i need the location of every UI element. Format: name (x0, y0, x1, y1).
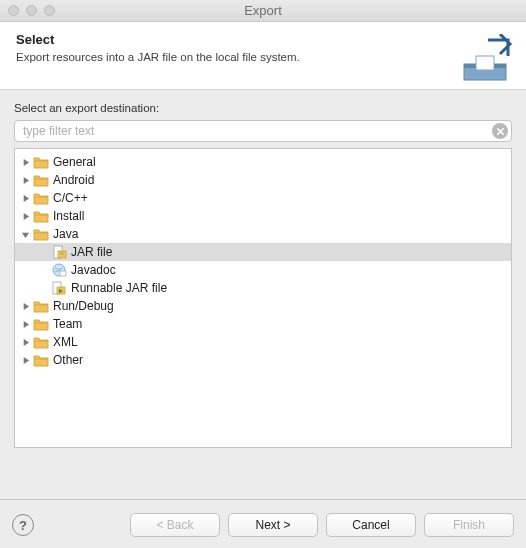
expand-icon[interactable] (19, 210, 31, 222)
tree-item-label: Runnable JAR file (71, 281, 167, 295)
expand-icon[interactable] (19, 174, 31, 186)
expand-icon[interactable] (19, 318, 31, 330)
tree-row[interactable]: C/C++ (15, 189, 511, 207)
wizard-header: Select Export resources into a JAR file … (0, 22, 526, 90)
folder-icon (33, 191, 49, 205)
tree-item-label: JAR file (71, 245, 112, 259)
folder-icon (33, 299, 49, 313)
expand-icon[interactable] (19, 300, 31, 312)
footer-separator (0, 499, 526, 500)
finish-button: Finish (424, 513, 514, 537)
folder-icon (33, 227, 49, 241)
folder-icon (33, 155, 49, 169)
minimize-window-icon[interactable] (26, 5, 37, 16)
tree-item-label: XML (53, 335, 78, 349)
clear-filter-icon[interactable] (492, 123, 508, 139)
tree-item-label: Run/Debug (53, 299, 114, 313)
page-title: Select (16, 32, 510, 47)
window-controls (8, 0, 55, 21)
tree-row[interactable]: Run/Debug (15, 297, 511, 315)
window-title: Export (244, 3, 282, 18)
tree-item-label: Other (53, 353, 83, 367)
tree-item-label: Team (53, 317, 82, 331)
tree-indent (37, 264, 49, 276)
cancel-button[interactable]: Cancel (326, 513, 416, 537)
tree-row[interactable]: JAR file (15, 243, 511, 261)
tree-item-label: C/C++ (53, 191, 88, 205)
filter-input[interactable] (14, 120, 512, 142)
tree-item-label: Javadoc (71, 263, 116, 277)
tree-indent (37, 246, 49, 258)
svg-rect-2 (476, 56, 494, 70)
expand-icon[interactable] (19, 336, 31, 348)
folder-icon (33, 173, 49, 187)
tree-row[interactable]: Runnable JAR file (15, 279, 511, 297)
folder-icon (33, 335, 49, 349)
export-banner-icon (458, 34, 514, 84)
tree-row[interactable]: Other (15, 351, 511, 369)
tree-item-label: General (53, 155, 96, 169)
close-window-icon[interactable] (8, 5, 19, 16)
tree-row[interactable]: Javadoc (15, 261, 511, 279)
tree-row[interactable]: General (15, 153, 511, 171)
destination-label: Select an export destination: (14, 102, 512, 114)
titlebar: Export (0, 0, 526, 22)
svg-rect-6 (60, 271, 66, 276)
zoom-window-icon[interactable] (44, 5, 55, 16)
tree-row[interactable]: Install (15, 207, 511, 225)
tree-row[interactable]: Team (15, 315, 511, 333)
folder-icon (33, 317, 49, 331)
page-description: Export resources into a JAR file on the … (16, 51, 510, 63)
expand-icon[interactable] (19, 192, 31, 204)
wizard-body: Select an export destination: GeneralAnd… (0, 90, 526, 452)
expand-icon[interactable] (19, 156, 31, 168)
export-tree[interactable]: GeneralAndroidC/C++InstallJavaJAR fileJa… (14, 148, 512, 448)
folder-icon (33, 209, 49, 223)
tree-item-label: Android (53, 173, 94, 187)
jar-file-icon (51, 245, 67, 259)
folder-icon (33, 353, 49, 367)
expand-icon[interactable] (19, 354, 31, 366)
filter-wrap (14, 120, 512, 142)
back-button: < Back (130, 513, 220, 537)
tree-indent (37, 282, 49, 294)
javadoc-icon (51, 263, 67, 277)
tree-row[interactable]: Java (15, 225, 511, 243)
wizard-footer: ? < Back Next > Cancel Finish (0, 502, 526, 548)
tree-row[interactable]: Android (15, 171, 511, 189)
help-button[interactable]: ? (12, 514, 34, 536)
tree-row[interactable]: XML (15, 333, 511, 351)
collapse-icon[interactable] (19, 228, 31, 240)
runnable-jar-icon (51, 281, 67, 295)
tree-item-label: Java (53, 227, 78, 241)
tree-item-label: Install (53, 209, 84, 223)
next-button[interactable]: Next > (228, 513, 318, 537)
